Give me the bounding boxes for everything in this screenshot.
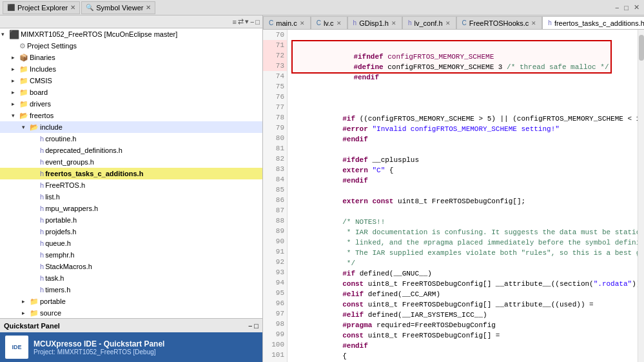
code-line-74 (291, 93, 634, 103)
tab-freertos-tasks-active[interactable]: h freertos_tasks_c_additions.h ✕ (542, 16, 644, 30)
expand-icon: ▾ (1, 31, 9, 37)
line-num-93: 93 (263, 267, 287, 277)
line-num-74: 74 (263, 71, 287, 81)
tab-close-3[interactable]: ✕ (391, 20, 396, 26)
link-editor-icon[interactable]: ⇄ (238, 17, 244, 26)
line-num-79: 79 (263, 123, 287, 133)
line-num-96: 96 (263, 298, 287, 308)
tree-item-list[interactable]: h list.h (0, 191, 262, 203)
tab-close-4[interactable]: ✕ (445, 20, 451, 26)
file-h-icon-t4: h (408, 19, 412, 26)
include-folder-icon: 📂 (30, 123, 39, 132)
quickstart-label: Quickstart Panel (4, 322, 60, 330)
tree-item-stackmacros[interactable]: h StackMacros.h (0, 261, 262, 272)
tree-item-drivers[interactable]: ▸ 📁 drivers (0, 98, 262, 110)
minimize-panel-btn[interactable]: − (250, 18, 254, 26)
line-num-89: 89 (263, 226, 287, 236)
tree-item-task[interactable]: h task.h (0, 272, 262, 284)
tree-item-board[interactable]: ▸ 📁 board (0, 86, 262, 98)
code-line-75: #if ((configFRTOS_MEMORY_SCHEME > 5) || … (291, 103, 634, 114)
maximize-panel-btn[interactable]: □ (255, 18, 260, 26)
line-num-90: 90 (263, 236, 287, 246)
vertical-scrollbar[interactable] (638, 30, 644, 362)
tab-close-2[interactable]: ✕ (337, 20, 342, 26)
qs-min-btn[interactable]: − (248, 322, 252, 330)
tab-lv-c[interactable]: C lv.c ✕ (311, 16, 347, 29)
tree-item-portable[interactable]: ▸ 📁 portable (0, 296, 262, 307)
tree-item-includes[interactable]: ▸ 📁 Includes (0, 63, 262, 75)
tree-item-project-settings[interactable]: ⚙ Project Settings (0, 40, 262, 52)
expand-freertos: ▾ (12, 112, 19, 119)
tree-item-source-inner[interactable]: ▸ 📁 source (0, 307, 262, 318)
tree-menu-icon[interactable]: ▾ (245, 17, 249, 26)
tree-item-timers[interactable]: h timers.h (0, 284, 262, 296)
code-line-71: #ifndef configFRTOS_MEMORY_SCHEME (293, 41, 610, 52)
line-num-82: 82 (263, 154, 287, 164)
file-h-icon-9: h (40, 239, 44, 247)
code-line-85: /* NOTES!! (291, 206, 634, 217)
tree-item-queue[interactable]: h queue.h (0, 237, 262, 249)
tree-item-croutine[interactable]: h croutine.h (0, 133, 262, 145)
board-icon: 📁 (19, 88, 28, 97)
tree-root[interactable]: ▾ ⬛ MIMXRT1052_FreeRTOS [McuOnEclipse ma… (0, 28, 262, 40)
quickstart-panel: IDE MCUXpresso IDE - Quickstart Panel Pr… (0, 332, 262, 362)
close-icon[interactable]: ✕ (70, 4, 75, 11)
collapse-all-icon[interactable]: ≡ (232, 18, 236, 26)
tab-main-c[interactable]: C main.c ✕ (263, 16, 311, 29)
drivers-icon: 📁 (19, 100, 28, 108)
tab-close-5[interactable]: ✕ (531, 20, 536, 26)
line-num-92: 92 (263, 257, 287, 267)
line-num-76: 76 (263, 92, 287, 102)
tree-item-include[interactable]: ▾ 📂 include (0, 121, 262, 133)
maximize-btn[interactable]: □ (622, 4, 630, 12)
file-h-icon-3: h (40, 158, 44, 166)
file-h-icon-7: h (40, 216, 44, 224)
file-c-icon-3: C (462, 19, 467, 26)
symbol-viewer-tab[interactable]: 🔍 Symbol Viewer ✕ (81, 1, 155, 14)
line-num-78: 78 (263, 112, 287, 123)
qs-max-btn[interactable]: □ (254, 322, 259, 330)
line-num-98: 98 (263, 319, 287, 329)
tab-lv-conf[interactable]: h lv_conf.h ✕ (402, 16, 456, 29)
tab-close-1[interactable]: ✕ (300, 20, 305, 26)
tab-gdisp1-h[interactable]: h GDisp1.h ✕ (347, 16, 402, 29)
tree-item-event-groups[interactable]: h event_groups.h (0, 156, 262, 168)
expand-includes: ▸ (12, 66, 19, 72)
tab-freertos-hooks[interactable]: C FreeRTOSHooks.c ✕ (456, 16, 543, 29)
tree-item-binaries[interactable]: ▸ 📦 Binaries (0, 52, 262, 63)
line-num-73: 73 (263, 61, 287, 71)
line-num-75: 75 (263, 81, 287, 92)
file-h-icon-12: h (40, 274, 44, 282)
file-h-icon-2: h (40, 146, 44, 154)
tree-item-cmsis[interactable]: ▸ 📁 CMSIS (0, 75, 262, 86)
close-icon-2[interactable]: ✕ (146, 4, 151, 11)
tree-item-mpu[interactable]: h mpu_wrappers.h (0, 203, 262, 214)
line-num-101: 101 (263, 350, 287, 360)
code-editor[interactable]: #ifndef configFRTOS_MEMORY_SCHEME #defin… (288, 30, 638, 362)
tree-item-semphr[interactable]: h semphr.h (0, 249, 262, 261)
expand-include: ▾ (22, 124, 30, 130)
line-num-80: 80 (263, 133, 287, 143)
project-folder-icon: ⬛ (9, 30, 19, 39)
tree-item-freertos-tasks-h[interactable]: h freertos_tasks_c_additions.h (0, 168, 262, 179)
toolbar-close-btn[interactable]: ✕ (632, 3, 641, 12)
project-explorer-tab[interactable]: ⬛ Project Explorer ✕ (3, 1, 80, 14)
tree-item-freertos-h[interactable]: h FreeRTOS.h (0, 179, 262, 191)
file-h-icon-4: h (40, 181, 44, 189)
tree-item-freertos[interactable]: ▾ 📂 freertos (0, 110, 262, 121)
tree-item-projdefs[interactable]: h projdefs.h (0, 226, 262, 237)
file-h-icon-10: h (40, 251, 44, 259)
code-line-70 (291, 30, 634, 40)
file-h-icon-11: h (40, 263, 44, 270)
tree-item-deprecated[interactable]: h deprecated_definitions.h (0, 145, 262, 156)
file-h-icon-5: h (40, 193, 44, 201)
qs-title: MCUXpresso IDE - Quickstart Panel (34, 339, 164, 348)
code-line-83: extern const uint8_t FreeRTOSDebugConfig… (291, 186, 634, 196)
qs-logo: IDE (5, 336, 28, 359)
tree-item-portable-h[interactable]: h portable.h (0, 214, 262, 226)
line-num-100: 100 (263, 339, 287, 350)
scroll-thumb[interactable] (639, 35, 644, 61)
minimize-btn[interactable]: − (613, 4, 621, 12)
source-inner-icon: 📁 (30, 309, 39, 317)
line-num-84: 84 (263, 174, 287, 185)
